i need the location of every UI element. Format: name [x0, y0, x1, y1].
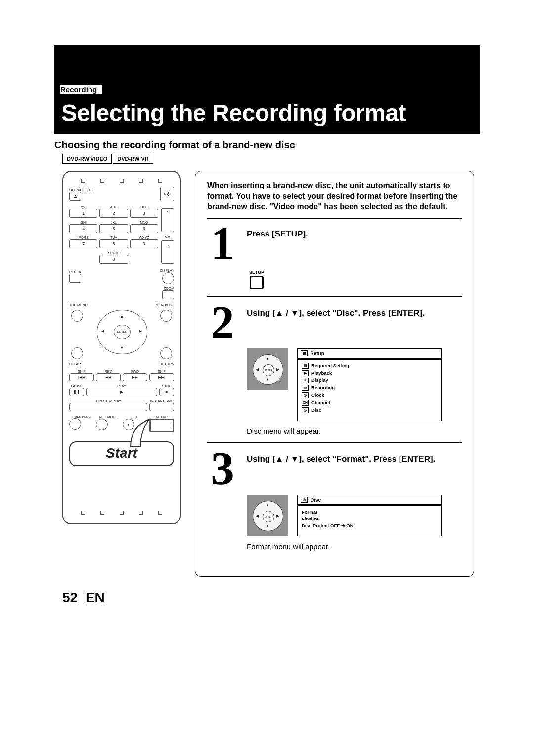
- open-close-label: OPEN/CLOSE: [69, 189, 158, 192]
- main-content-row: OPEN/CLOSE ⏏ I/⏻ @/:1 ABC2 DEF3 GHI4 JKL…: [62, 171, 480, 577]
- start-callout: Start: [69, 441, 174, 466]
- right-triangle-icon: ▶: [276, 514, 279, 518]
- rev-button: ◀◀: [96, 373, 121, 381]
- page-number: 52: [62, 590, 78, 605]
- section-subheading: Choosing the recording format of a brand…: [54, 140, 480, 151]
- step-caption: Format menu will appear.: [247, 542, 462, 551]
- menu-item-icon: ▶: [302, 370, 309, 376]
- menu-title-icon: ◎: [301, 497, 308, 503]
- key-7: 7: [69, 239, 97, 248]
- badge-dvd-rw-vr: DVD-RW VR: [113, 154, 153, 164]
- menu-title-text: Setup: [311, 351, 324, 356]
- instant-skip-button: [149, 403, 174, 411]
- section-bar: Recording: [54, 83, 480, 94]
- remote-top-dots: [73, 179, 170, 183]
- step-3: 3 Using [▲ / ▼], select "Format". Press …: [207, 450, 462, 558]
- step-number: 1: [207, 225, 238, 263]
- zoom-button: [162, 290, 174, 299]
- page-lang: EN: [86, 590, 105, 605]
- manual-page: Recording Selecting the Recording format…: [0, 45, 534, 606]
- remote-control-diagram: OPEN/CLOSE ⏏ I/⏻ @/:1 ABC2 DEF3 GHI4 JKL…: [62, 171, 181, 524]
- skip-fwd-button: ▶▶|: [149, 373, 174, 381]
- setup-key-label: SETUP: [247, 270, 267, 275]
- up-triangle-icon: ▲: [266, 356, 269, 361]
- key-5: 5: [99, 224, 128, 233]
- trick-play-button: [69, 403, 147, 411]
- menu-item-icon: ◎: [302, 407, 309, 413]
- key-6: 6: [130, 224, 158, 233]
- rec-mode-button: [96, 419, 108, 430]
- intro-paragraph: When inserting a brand-new disc, the uni…: [207, 180, 462, 219]
- clear-button: [71, 347, 83, 359]
- key-8: 8: [99, 239, 128, 248]
- badge-dvd-rw-video: DVD-RW VIDEO: [62, 154, 112, 164]
- ch-label: CH: [161, 235, 174, 238]
- down-triangle-icon: ▼: [266, 378, 269, 382]
- format-badges: DVD-RW VIDEO DVD-RW VR: [62, 154, 480, 164]
- step-heading: Using [▲ / ▼], select "Disc". Press [ENT…: [247, 304, 425, 319]
- key-2: 2: [99, 209, 128, 218]
- callout-tail-icon: [126, 417, 155, 452]
- step-heading: Press [SETUP].: [247, 225, 308, 240]
- step-1: 1 Press [SETUP]. SETUP: [207, 225, 462, 297]
- right-arrow-icon: ▶: [139, 329, 142, 333]
- pause-button: ❚❚: [69, 388, 84, 396]
- menu-item-icon: ≡: [302, 378, 309, 383]
- repeat-button: [69, 274, 81, 283]
- left-triangle-icon: ◀: [256, 514, 259, 518]
- display-button: [162, 272, 174, 284]
- right-triangle-icon: ▶: [276, 367, 279, 372]
- menu-item-icon: CH: [302, 400, 309, 406]
- top-black-band: [54, 45, 480, 83]
- return-button: [160, 347, 172, 359]
- transport-row: SKIP|◀◀ REV◀◀ FWD▶▶ SKIP▶▶|: [69, 369, 174, 381]
- fwd-button: ▶▶: [123, 373, 147, 381]
- key-3: 3: [130, 209, 158, 218]
- play-button: ▶: [86, 388, 157, 396]
- menu-item-icon: ▭: [302, 385, 309, 391]
- up-triangle-icon: ▲: [266, 503, 269, 507]
- instruction-box: When inserting a brand-new disc, the uni…: [195, 171, 474, 577]
- left-triangle-icon: ◀: [256, 367, 259, 372]
- step-number: 2: [207, 304, 238, 342]
- osd-disc-menu: ◎Disc Format Finalize Disc Protect OFF ➔…: [297, 495, 442, 536]
- menu-title-icon: ▦: [301, 350, 308, 356]
- key-4: 4: [69, 224, 97, 233]
- power-button: I/⏻: [160, 187, 174, 201]
- menu-title-text: Disc: [311, 497, 321, 503]
- step-2: 2 Using [▲ / ▼], select "Disc". Press [E…: [207, 304, 462, 443]
- setup-key-figure: SETUP: [247, 270, 267, 289]
- remote-bottom-dots: [73, 511, 170, 515]
- step-caption: Disc menu will appear.: [247, 427, 462, 435]
- numeric-keypad: @/:1 ABC2 DEF3 GHI4 JKL5 MNO6 PQRS7 TUV8…: [69, 204, 158, 264]
- setup-key-icon: [250, 276, 264, 289]
- menu-item-icon: ◷: [302, 392, 309, 398]
- menu-list-button: [160, 310, 172, 322]
- eject-button: ⏏: [69, 192, 81, 201]
- nav-dpad: ENTER ▲ ▼ ◀ ▶: [92, 310, 151, 353]
- step-heading: Using [▲ / ▼], select "Format". Press [E…: [247, 450, 435, 465]
- timer-prog-button: [69, 418, 81, 430]
- left-arrow-icon: ◀: [101, 329, 104, 333]
- key-9: 9: [130, 239, 158, 248]
- menu-item-icon: ▤: [302, 363, 309, 369]
- stop-button: ■: [159, 388, 174, 396]
- page-title: Selecting the Recording format: [61, 99, 473, 127]
- dpad-figure: ENTER ▲ ▼ ◀ ▶: [247, 348, 288, 390]
- skip-back-button: |◀◀: [69, 373, 94, 381]
- page-footer: 52 EN: [62, 590, 480, 606]
- section-label: Recording: [60, 85, 102, 94]
- down-triangle-icon: ▼: [266, 524, 269, 528]
- down-arrow-icon: ▼: [120, 345, 124, 350]
- ch-down-button: ⌄: [161, 240, 174, 264]
- ch-up-button: ⌃: [161, 208, 174, 232]
- top-menu-button: [71, 310, 83, 322]
- step-number: 3: [207, 450, 238, 488]
- dpad-enter-label: ENTER: [263, 511, 274, 522]
- dpad-figure: ENTER ▲ ▼ ◀ ▶: [247, 495, 288, 536]
- title-block: Selecting the Recording format: [54, 94, 480, 134]
- key-0: 0: [99, 255, 128, 264]
- osd-setup-menu: ▦Setup ▤Required Setting ▶Playback ≡Disp…: [297, 348, 442, 421]
- key-1: 1: [69, 209, 97, 218]
- up-arrow-icon: ▲: [120, 314, 124, 319]
